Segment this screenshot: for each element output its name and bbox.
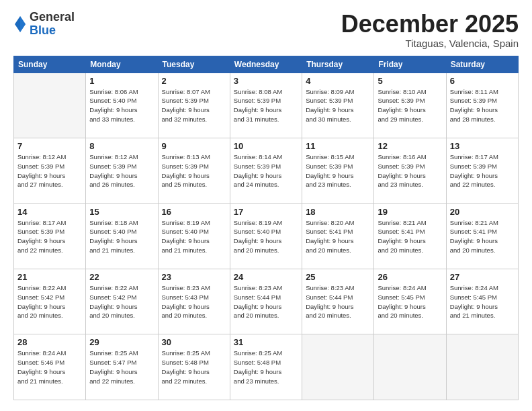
- calendar-week-row: 21Sunrise: 8:22 AMSunset: 5:42 PMDayligh…: [14, 269, 519, 334]
- day-number: 4: [306, 76, 370, 86]
- calendar-cell: 13Sunrise: 8:17 AMSunset: 5:39 PMDayligh…: [446, 138, 518, 203]
- day-number: 29: [89, 337, 154, 347]
- day-info: Sunrise: 8:23 AMSunset: 5:43 PMDaylight:…: [162, 283, 226, 320]
- logo-general: General: [30, 11, 75, 24]
- calendar-cell: 27Sunrise: 8:24 AMSunset: 5:45 PMDayligh…: [446, 269, 518, 334]
- day-number: 11: [306, 141, 370, 151]
- calendar-body: 1Sunrise: 8:06 AMSunset: 5:40 PMDaylight…: [14, 73, 519, 400]
- calendar-week-row: 14Sunrise: 8:17 AMSunset: 5:39 PMDayligh…: [14, 203, 519, 269]
- day-number: 5: [378, 76, 442, 86]
- calendar-cell: 10Sunrise: 8:14 AMSunset: 5:39 PMDayligh…: [230, 138, 302, 203]
- calendar-cell: [14, 73, 86, 138]
- day-number: 10: [234, 141, 298, 151]
- day-number: 18: [306, 207, 370, 217]
- calendar-cell: 25Sunrise: 8:23 AMSunset: 5:44 PMDayligh…: [302, 269, 374, 334]
- day-number: 28: [17, 337, 82, 347]
- logo-blue: Blue: [30, 24, 75, 38]
- day-info: Sunrise: 8:09 AMSunset: 5:39 PMDaylight:…: [306, 87, 370, 124]
- day-number: 31: [234, 337, 298, 347]
- weekday-header: Wednesday: [230, 56, 302, 73]
- calendar-cell: 28Sunrise: 8:24 AMSunset: 5:46 PMDayligh…: [14, 334, 86, 400]
- calendar-cell: 8Sunrise: 8:12 AMSunset: 5:39 PMDaylight…: [86, 138, 158, 203]
- day-info: Sunrise: 8:08 AMSunset: 5:39 PMDaylight:…: [234, 87, 298, 124]
- day-info: Sunrise: 8:21 AMSunset: 5:41 PMDaylight:…: [450, 218, 515, 255]
- calendar-cell: 12Sunrise: 8:16 AMSunset: 5:39 PMDayligh…: [374, 138, 446, 203]
- calendar-cell: 15Sunrise: 8:18 AMSunset: 5:40 PMDayligh…: [86, 203, 158, 269]
- calendar-cell: 30Sunrise: 8:25 AMSunset: 5:48 PMDayligh…: [158, 334, 230, 400]
- calendar-cell: 21Sunrise: 8:22 AMSunset: 5:42 PMDayligh…: [14, 269, 86, 334]
- day-info: Sunrise: 8:24 AMSunset: 5:45 PMDaylight:…: [450, 283, 515, 320]
- calendar-cell: 16Sunrise: 8:19 AMSunset: 5:40 PMDayligh…: [158, 203, 230, 269]
- calendar-cell: 22Sunrise: 8:22 AMSunset: 5:42 PMDayligh…: [86, 269, 158, 334]
- day-info: Sunrise: 8:19 AMSunset: 5:40 PMDaylight:…: [162, 218, 226, 255]
- day-info: Sunrise: 8:12 AMSunset: 5:39 PMDaylight:…: [17, 152, 82, 189]
- day-info: Sunrise: 8:19 AMSunset: 5:40 PMDaylight:…: [234, 218, 298, 255]
- day-number: 23: [162, 272, 226, 282]
- day-info: Sunrise: 8:15 AMSunset: 5:39 PMDaylight:…: [306, 152, 370, 189]
- day-info: Sunrise: 8:24 AMSunset: 5:46 PMDaylight:…: [17, 349, 82, 385]
- weekday-header: Thursday: [302, 56, 374, 73]
- calendar-cell: [302, 334, 374, 400]
- day-info: Sunrise: 8:17 AMSunset: 5:39 PMDaylight:…: [450, 152, 515, 189]
- day-info: Sunrise: 8:22 AMSunset: 5:42 PMDaylight:…: [17, 283, 82, 320]
- page: General Blue December 2025 Titaguas, Val…: [0, 0, 532, 411]
- day-number: 26: [378, 272, 442, 282]
- calendar-table: SundayMondayTuesdayWednesdayThursdayFrid…: [13, 56, 519, 400]
- calendar-cell: 26Sunrise: 8:24 AMSunset: 5:45 PMDayligh…: [374, 269, 446, 334]
- logo: General Blue: [13, 11, 75, 38]
- day-info: Sunrise: 8:12 AMSunset: 5:39 PMDaylight:…: [89, 152, 154, 189]
- calendar-cell: 7Sunrise: 8:12 AMSunset: 5:39 PMDaylight…: [14, 138, 86, 203]
- logo-icon: [13, 15, 27, 34]
- calendar-cell: 17Sunrise: 8:19 AMSunset: 5:40 PMDayligh…: [230, 203, 302, 269]
- day-info: Sunrise: 8:17 AMSunset: 5:39 PMDaylight:…: [17, 218, 82, 255]
- calendar-cell: 20Sunrise: 8:21 AMSunset: 5:41 PMDayligh…: [446, 203, 518, 269]
- day-number: 1: [89, 76, 154, 86]
- day-number: 16: [162, 207, 226, 217]
- day-info: Sunrise: 8:24 AMSunset: 5:45 PMDaylight:…: [378, 283, 442, 320]
- day-info: Sunrise: 8:23 AMSunset: 5:44 PMDaylight:…: [234, 283, 298, 320]
- calendar-week-row: 1Sunrise: 8:06 AMSunset: 5:40 PMDaylight…: [14, 73, 519, 138]
- day-number: 3: [234, 76, 298, 86]
- day-info: Sunrise: 8:14 AMSunset: 5:39 PMDaylight:…: [234, 152, 298, 189]
- day-info: Sunrise: 8:06 AMSunset: 5:40 PMDaylight:…: [89, 87, 154, 124]
- svg-marker-1: [20, 16, 26, 32]
- day-number: 12: [378, 141, 442, 151]
- calendar-cell: 2Sunrise: 8:07 AMSunset: 5:39 PMDaylight…: [158, 73, 230, 138]
- month-title: December 2025: [341, 11, 519, 38]
- calendar-cell: 31Sunrise: 8:25 AMSunset: 5:48 PMDayligh…: [230, 334, 302, 400]
- day-number: 30: [162, 337, 226, 347]
- weekday-header: Sunday: [14, 56, 86, 73]
- calendar-cell: 5Sunrise: 8:10 AMSunset: 5:39 PMDaylight…: [374, 73, 446, 138]
- day-info: Sunrise: 8:25 AMSunset: 5:48 PMDaylight:…: [162, 349, 226, 385]
- day-info: Sunrise: 8:13 AMSunset: 5:39 PMDaylight:…: [162, 152, 226, 189]
- day-info: Sunrise: 8:23 AMSunset: 5:44 PMDaylight:…: [306, 283, 370, 320]
- day-number: 22: [89, 272, 154, 282]
- weekday-header: Saturday: [446, 56, 518, 73]
- calendar-cell: 14Sunrise: 8:17 AMSunset: 5:39 PMDayligh…: [14, 203, 86, 269]
- weekday-header: Tuesday: [158, 56, 230, 73]
- calendar-cell: [446, 334, 518, 400]
- calendar-week-row: 7Sunrise: 8:12 AMSunset: 5:39 PMDaylight…: [14, 138, 519, 203]
- day-number: 7: [17, 141, 82, 151]
- day-number: 25: [306, 272, 370, 282]
- calendar-cell: 1Sunrise: 8:06 AMSunset: 5:40 PMDaylight…: [86, 73, 158, 138]
- day-number: 21: [17, 272, 82, 282]
- day-info: Sunrise: 8:11 AMSunset: 5:39 PMDaylight:…: [450, 87, 515, 124]
- day-info: Sunrise: 8:21 AMSunset: 5:41 PMDaylight:…: [378, 218, 442, 255]
- weekday-header-row: SundayMondayTuesdayWednesdayThursdayFrid…: [14, 56, 519, 73]
- day-info: Sunrise: 8:18 AMSunset: 5:40 PMDaylight:…: [89, 218, 154, 255]
- calendar-cell: 11Sunrise: 8:15 AMSunset: 5:39 PMDayligh…: [302, 138, 374, 203]
- calendar-cell: 3Sunrise: 8:08 AMSunset: 5:39 PMDaylight…: [230, 73, 302, 138]
- day-info: Sunrise: 8:25 AMSunset: 5:48 PMDaylight:…: [234, 349, 298, 385]
- calendar-cell: 19Sunrise: 8:21 AMSunset: 5:41 PMDayligh…: [374, 203, 446, 269]
- day-number: 13: [450, 141, 515, 151]
- day-info: Sunrise: 8:16 AMSunset: 5:39 PMDaylight:…: [378, 152, 442, 189]
- calendar-cell: 18Sunrise: 8:20 AMSunset: 5:41 PMDayligh…: [302, 203, 374, 269]
- title-area: December 2025 Titaguas, Valencia, Spain: [341, 11, 519, 49]
- day-number: 17: [234, 207, 298, 217]
- day-number: 2: [162, 76, 226, 86]
- header: General Blue December 2025 Titaguas, Val…: [13, 11, 519, 49]
- location: Titaguas, Valencia, Spain: [341, 38, 519, 49]
- day-number: 9: [162, 141, 226, 151]
- day-info: Sunrise: 8:20 AMSunset: 5:41 PMDaylight:…: [306, 218, 370, 255]
